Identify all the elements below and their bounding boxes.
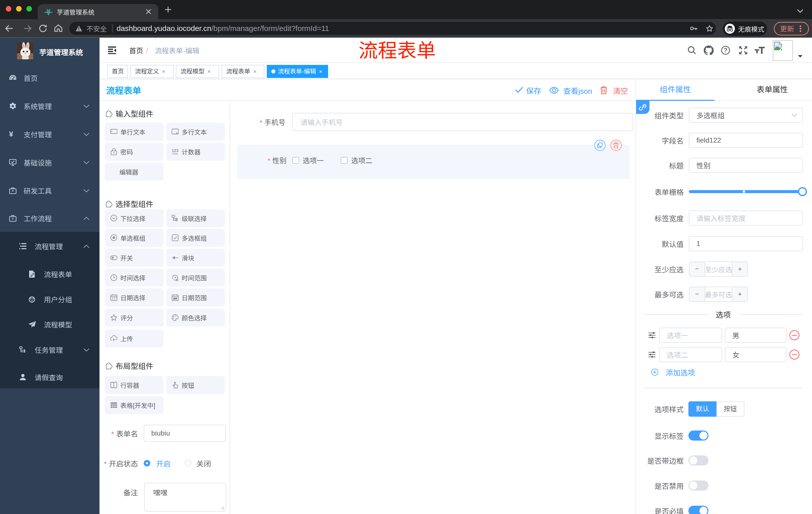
svg-text:123: 123 (172, 148, 179, 153)
